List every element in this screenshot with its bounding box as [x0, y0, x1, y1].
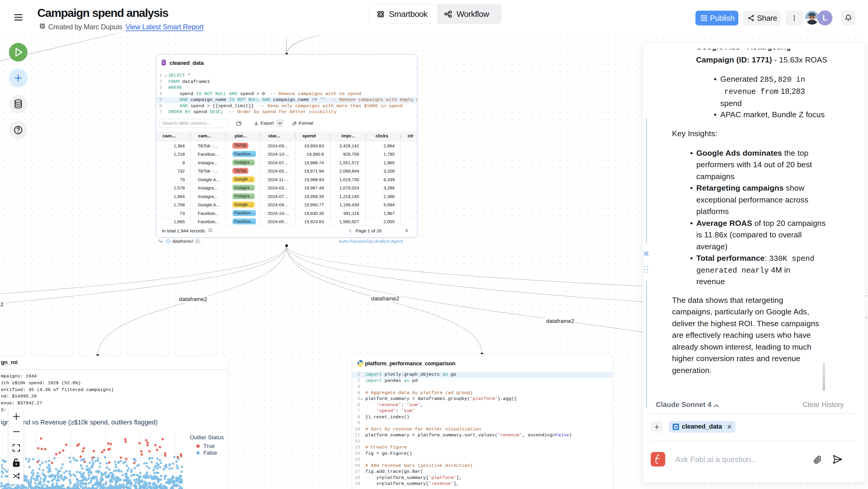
svg-text:False: False [204, 450, 217, 456]
svg-text:True: True [204, 443, 215, 449]
svg-text:SQL: SQL [162, 62, 165, 64]
svg-text:Outlier Status: Outlier Status [190, 434, 224, 440]
svg-text:SQL: SQL [674, 427, 677, 429]
